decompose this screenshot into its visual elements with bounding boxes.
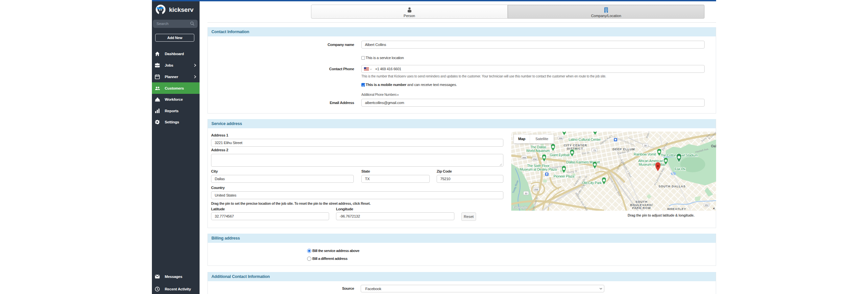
svg-text:Museum of Dallas: Museum of Dallas [639,162,665,167]
svg-text:Latino Cultural Center: Latino Cultural Center [568,138,601,141]
svg-text:Giant Eyeball: Giant Eyeball [550,153,569,157]
svg-text:35E: 35E [533,158,537,161]
svg-text:DEEP ELLUM: DEEP ELLUM [613,148,635,151]
svg-text:Fair Pk: Fair Pk [675,167,685,171]
svg-text:CITY CENTER: CITY CENTER [564,144,587,147]
svg-text:30: 30 [525,192,527,195]
svg-text:352: 352 [705,204,709,207]
svg-text:World Aquarium: World Aquarium [526,149,550,153]
svg-text:30: 30 [644,144,647,147]
svg-text:Google: Google [513,205,528,210]
svg-text:Museum at Dealey Plaza: Museum at Dealey Plaza [520,167,557,171]
svg-text:366: 366 [522,156,526,159]
svg-text:366: 366 [559,137,563,140]
svg-text:Pioneer Plaza: Pioneer Plaza [554,174,575,178]
svg-text:SOUTH: SOUTH [636,200,648,204]
svg-text:35E: 35E [534,188,538,191]
svg-text:SOUTH DALLAS: SOUTH DALLAS [658,185,686,188]
svg-text:Rainbow Vomit: Rainbow Vomit [633,152,656,156]
svg-text:DISTRICT: DISTRICT [567,147,583,150]
svg-text:PARK ROW: PARK ROW [632,207,651,210]
svg-text:Oak: Oak [711,144,716,148]
svg-text:Old City Park: Old City Park [582,181,602,185]
svg-text:WHEATLEY: WHEATLEY [667,207,686,211]
svg-text:75: 75 [593,149,596,152]
svg-text:K: K [713,207,715,210]
